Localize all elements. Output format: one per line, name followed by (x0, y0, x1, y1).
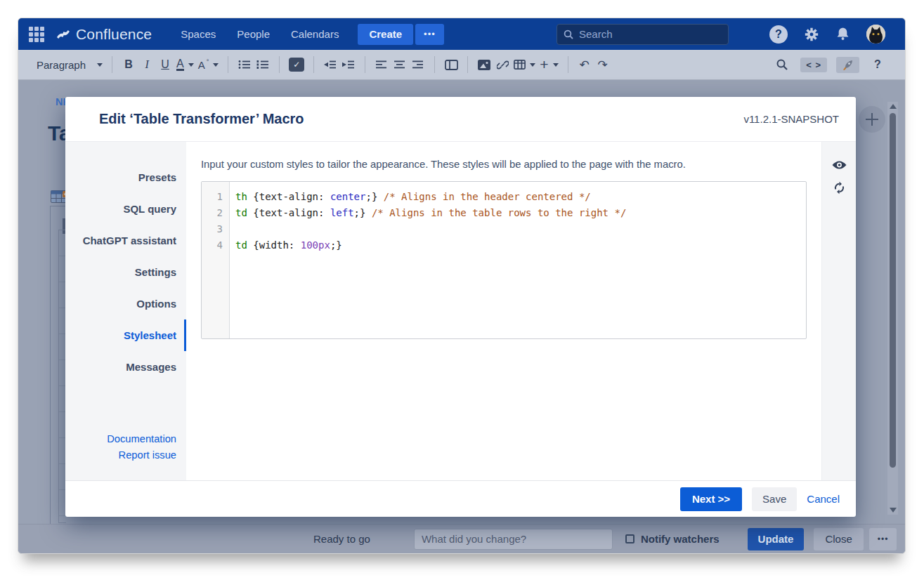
scroll-down-arrow-icon[interactable] (890, 508, 897, 513)
app-window: Confluence SpacesPeopleCalendars Create … (18, 18, 906, 554)
dialog-header: Edit ‘Table Transformer’ Macro v11.2.1-S… (65, 97, 856, 142)
bullet-list-icon (238, 60, 251, 70)
page-layout-button[interactable] (442, 54, 460, 75)
align-center-icon (394, 60, 405, 70)
save-status-text: Ready to go (313, 533, 370, 545)
bold-button[interactable]: B (119, 54, 138, 75)
task-list-button[interactable]: ✓ (287, 54, 306, 75)
outdent-button[interactable] (321, 54, 339, 75)
numbered-list-icon (256, 60, 269, 70)
help-icon[interactable]: ? (769, 25, 788, 44)
tab-sql-query[interactable]: SQL query (65, 193, 186, 225)
refresh-button[interactable] (833, 181, 846, 194)
rocket-plugin-button[interactable] (836, 57, 859, 73)
insert-link-button[interactable] (493, 54, 512, 75)
preview-button[interactable] (832, 160, 847, 170)
link-icon (497, 59, 509, 71)
indent-button[interactable] (339, 54, 358, 75)
chevron-down-icon (97, 63, 103, 67)
app-switcher-icon[interactable] (29, 27, 44, 42)
search-icon (564, 29, 573, 39)
find-replace-button[interactable] (773, 54, 791, 75)
tab-stylesheet[interactable]: Stylesheet (65, 319, 186, 351)
line-number: 2 (202, 205, 229, 221)
notifications-icon[interactable] (835, 27, 850, 41)
underline-button[interactable]: U (156, 54, 174, 75)
pane-description: Input your custom styles to tailor the a… (201, 159, 807, 170)
save-button[interactable]: Save (752, 487, 797, 511)
bullet-list-button[interactable] (235, 54, 254, 75)
image-icon (478, 60, 490, 70)
italic-button[interactable]: I (138, 54, 156, 75)
next-button[interactable]: Next >> (680, 487, 742, 511)
numbered-list-button[interactable] (254, 54, 272, 75)
align-right-icon (412, 60, 424, 70)
gear-icon[interactable] (804, 27, 819, 42)
align-center-button[interactable] (391, 54, 409, 75)
eye-icon (832, 160, 847, 170)
formatting-dropdown[interactable]: A° (196, 54, 221, 75)
link-report-issue[interactable]: Report issue (119, 447, 176, 463)
code-area[interactable]: th {text-align: center;} /* Aligns in th… (230, 182, 806, 338)
undo-button[interactable]: ↶ (575, 54, 594, 75)
editor-help-button[interactable]: ? (868, 54, 887, 75)
code-line (235, 221, 806, 237)
nav-item-people[interactable]: People (237, 28, 270, 40)
nav-item-spaces[interactable]: Spaces (181, 28, 216, 40)
indent-icon (342, 60, 355, 70)
nav-more-button[interactable]: ••• (415, 24, 444, 45)
confluence-logo[interactable]: Confluence (56, 26, 152, 43)
tab-presets[interactable]: Presets (65, 161, 186, 193)
update-button[interactable]: Update (748, 528, 805, 550)
close-button[interactable]: Close (814, 528, 863, 550)
code-line: td {width: 100px;} (235, 237, 806, 253)
nav-item-calendars[interactable]: Calendars (291, 28, 339, 40)
align-right-button[interactable] (409, 54, 427, 75)
global-search[interactable] (557, 24, 729, 45)
scrollbar-thumb[interactable] (890, 113, 896, 468)
paragraph-style-dropdown[interactable]: Paragraph (34, 54, 105, 75)
statusbar-more-button[interactable]: ••• (869, 528, 897, 550)
confluence-logo-icon (56, 27, 71, 42)
insert-table-dropdown[interactable] (512, 54, 538, 75)
page-scrollbar[interactable] (887, 102, 898, 515)
line-number-gutter: 1234 (202, 182, 230, 338)
top-navigation: Confluence SpacesPeopleCalendars Create … (18, 18, 905, 50)
rocket-icon (842, 59, 854, 71)
plugin-version: v11.2.1-SNAPSHOT (743, 113, 839, 125)
scroll-up-arrow-icon[interactable] (890, 104, 897, 109)
change-comment-input[interactable] (414, 529, 613, 550)
link-documentation[interactable]: Documentation (107, 431, 176, 447)
tab-options[interactable]: Options (65, 288, 186, 319)
task-check-icon: ✓ (289, 58, 304, 72)
css-code-editor[interactable]: 1234 th {text-align: center;} /* Aligns … (201, 181, 807, 339)
refresh-icon (833, 181, 846, 194)
line-number: 4 (202, 237, 229, 253)
text-color-dropdown[interactable]: A (174, 54, 196, 75)
code-line: td {text-align: left;} /* Aligns in the … (235, 205, 806, 221)
tab-settings[interactable]: Settings (65, 256, 186, 288)
redo-button[interactable]: ↷ (594, 54, 612, 75)
notify-watchers-checkbox[interactable] (625, 534, 635, 543)
dialog-footer: Next >> Save Cancel (65, 480, 856, 517)
dialog-title: Edit ‘Table Transformer’ Macro (99, 111, 304, 127)
cancel-button[interactable]: Cancel (807, 493, 840, 505)
source-editor-button[interactable]: < > (800, 58, 827, 72)
line-number: 1 (202, 189, 229, 205)
align-left-button[interactable] (372, 54, 391, 75)
dialog-links: DocumentationReport issue (65, 431, 186, 480)
insert-more-dropdown[interactable]: + (538, 54, 560, 75)
user-avatar[interactable] (866, 25, 885, 44)
tab-chatgpt-assistant[interactable]: ChatGPT assistant (65, 225, 186, 256)
align-left-icon (376, 60, 387, 70)
search-icon (776, 59, 788, 70)
create-button[interactable]: Create (358, 24, 413, 45)
search-input[interactable] (579, 28, 705, 40)
dialog-tab-list: PresetsSQL queryChatGPT assistantSetting… (65, 142, 186, 480)
chevron-down-icon (188, 63, 194, 67)
insert-image-button[interactable] (475, 54, 493, 75)
add-content-button[interactable] (859, 106, 885, 133)
tab-messages[interactable]: Messages (65, 351, 186, 383)
code-line: th {text-align: center;} /* Aligns in th… (235, 189, 806, 205)
macro-edit-dialog: Edit ‘Table Transformer’ Macro v11.2.1-S… (65, 97, 856, 517)
